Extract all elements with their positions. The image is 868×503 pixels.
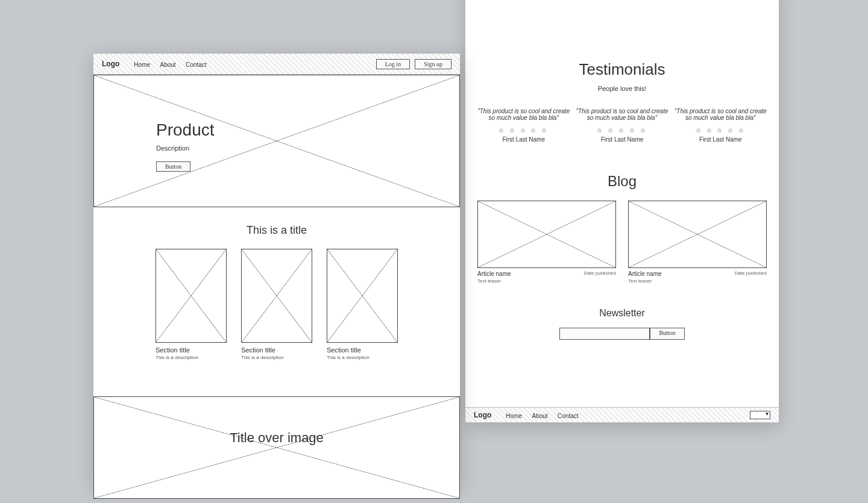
testimonial-author: First Last Name [675,136,767,143]
star-rating-icon: ☆ ☆ ☆ ☆ ☆ [576,127,668,134]
blog-card[interactable]: Article name Date published Text teaser [477,201,616,284]
login-button[interactable]: Log in [376,59,410,69]
testimonial-quote: "This product is so cool and create so m… [477,108,570,121]
testimonial-author: First Last Name [477,136,570,143]
blog-title: Blog [477,173,767,190]
testimonial-item: "This product is so cool and create so m… [477,108,570,143]
hero-section: Product Description Button [93,75,460,207]
feature-card: Section title This is a description [241,249,312,360]
image-placeholder-icon [241,249,312,343]
blog-date: Date published [584,270,616,277]
header: Logo Home About Contact Log in Sign up [93,53,460,75]
hero-cta-button[interactable]: Button [156,161,190,172]
features-title: This is a title [93,224,460,237]
feature-card-desc: This is a description [241,355,312,360]
testimonial-item: "This product is so cool and create so m… [576,108,668,143]
hero-description: Description [156,145,215,152]
blog-date: Date published [735,270,767,277]
feature-card-desc: This is a description [156,355,227,360]
newsletter-submit-button[interactable]: Button [650,328,684,340]
feature-card: Section title This is a description [156,249,227,360]
features-section: This is a title Section title This is a … [93,207,460,384]
wireframe-page-2: Testimonials People love this! "This pro… [465,0,779,423]
image-placeholder-icon [93,396,460,499]
footer: Logo Home About Contact [465,407,779,423]
hero-title: Product [156,120,215,140]
blog-card[interactable]: Article name Date published Text teaser [628,201,767,284]
image-overlay-section: Title over image [93,396,460,499]
nav-contact[interactable]: Contact [186,61,206,68]
feature-card: Section title This is a description [327,249,398,360]
overlay-title: Title over image [93,430,460,446]
footer-nav-about[interactable]: About [532,413,547,419]
testimonial-item: "This product is so cool and create so m… [675,108,767,143]
blog-article-title: Article name [477,270,511,277]
signup-button[interactable]: Sign up [415,59,451,69]
testimonial-quote: "This product is so cool and create so m… [576,108,668,121]
nav-home[interactable]: Home [134,61,150,68]
testimonial-quote: "This product is so cool and create so m… [675,108,767,121]
testimonials-section: Testimonials People love this! "This pro… [465,0,779,155]
hero-image-placeholder-icon [93,75,460,207]
header-logo[interactable]: Logo [102,60,119,68]
feature-card-title: Section title [327,346,398,354]
newsletter-section: Newsletter Button [465,284,779,358]
blog-section: Blog Article name Date published Text te… [465,155,779,284]
feature-card-title: Section title [241,346,312,354]
testimonials-title: Testimonials [477,60,767,79]
header-nav: Home About Contact [134,58,213,69]
star-rating-icon: ☆ ☆ ☆ ☆ ☆ [477,127,570,134]
blog-article-title: Article name [628,270,662,277]
testimonials-subtitle: People love this! [477,85,767,92]
footer-nav: Home About Contact [506,410,585,420]
newsletter-input[interactable] [559,328,650,340]
star-rating-icon: ☆ ☆ ☆ ☆ ☆ [675,127,767,134]
image-placeholder-icon [327,249,398,343]
image-placeholder-icon [628,201,767,268]
nav-about[interactable]: About [160,61,175,68]
blog-teaser: Text teaser [628,278,767,284]
footer-dropdown[interactable] [750,411,770,419]
newsletter-title: Newsletter [465,308,779,319]
testimonial-author: First Last Name [576,136,668,143]
footer-logo[interactable]: Logo [474,411,491,419]
image-placeholder-icon [477,201,616,268]
footer-nav-contact[interactable]: Contact [558,413,578,419]
feature-card-title: Section title [156,346,227,354]
blog-teaser: Text teaser [477,278,616,284]
wireframe-page-1: Logo Home About Contact Log in Sign up P… [93,53,460,487]
feature-card-desc: This is a description [327,355,398,360]
image-placeholder-icon [156,249,227,343]
footer-nav-home[interactable]: Home [506,413,522,419]
